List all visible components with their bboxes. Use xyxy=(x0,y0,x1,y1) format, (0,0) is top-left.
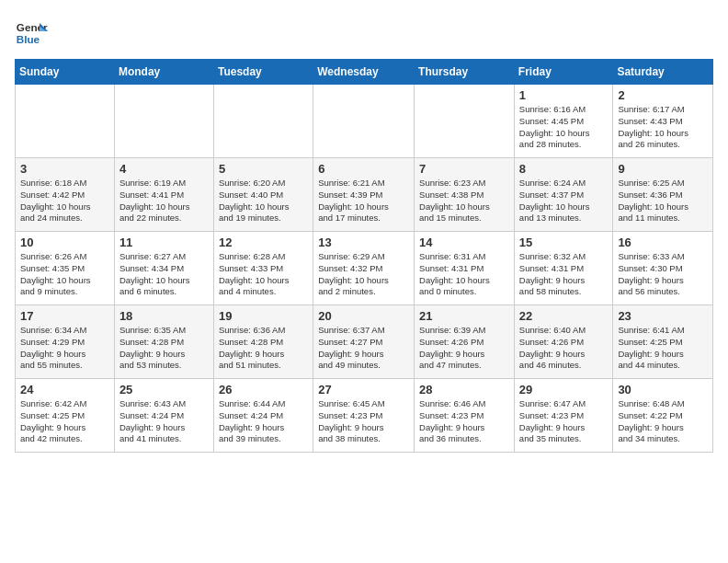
day-info: Sunrise: 6:24 AMSunset: 4:37 PMDaylight:… xyxy=(519,178,609,224)
day-number: 13 xyxy=(318,236,409,249)
day-cell-25: 25Sunrise: 6:43 AMSunset: 4:24 PMDayligh… xyxy=(114,379,213,453)
day-cell-18: 18Sunrise: 6:35 AMSunset: 4:28 PMDayligh… xyxy=(114,305,213,379)
day-info: Sunrise: 6:34 AMSunset: 4:29 PMDaylight:… xyxy=(20,325,109,372)
day-number: 20 xyxy=(318,309,409,323)
calendar-table: SundayMondayTuesdayWednesdayThursdayFrid… xyxy=(15,59,713,453)
day-cell-12: 12Sunrise: 6:28 AMSunset: 4:33 PMDayligh… xyxy=(213,232,313,305)
days-header-row: SundayMondayTuesdayWednesdayThursdayFrid… xyxy=(16,60,713,85)
day-header-saturday: Saturday xyxy=(613,60,713,85)
day-cell-8: 8Sunrise: 6:24 AMSunset: 4:37 PMDaylight… xyxy=(514,158,613,232)
day-cell-13: 13Sunrise: 6:29 AMSunset: 4:32 PMDayligh… xyxy=(313,232,415,305)
week-row-3: 10Sunrise: 6:26 AMSunset: 4:35 PMDayligh… xyxy=(16,232,713,305)
logo-icon: General Blue xyxy=(15,15,48,48)
day-number: 8 xyxy=(519,162,609,176)
day-header-thursday: Thursday xyxy=(415,60,515,85)
day-info: Sunrise: 6:25 AMSunset: 4:36 PMDaylight:… xyxy=(618,178,708,224)
day-cell-29: 29Sunrise: 6:47 AMSunset: 4:23 PMDayligh… xyxy=(514,379,613,453)
day-cell-1: 1Sunrise: 6:16 AMSunset: 4:45 PMDaylight… xyxy=(514,85,613,158)
day-cell-6: 6Sunrise: 6:21 AMSunset: 4:39 PMDaylight… xyxy=(313,158,415,232)
day-number: 5 xyxy=(219,162,308,176)
day-info: Sunrise: 6:36 AMSunset: 4:28 PMDaylight:… xyxy=(219,325,308,372)
day-info: Sunrise: 6:16 AMSunset: 4:45 PMDaylight:… xyxy=(519,104,609,151)
day-info: Sunrise: 6:27 AMSunset: 4:34 PMDaylight:… xyxy=(119,251,209,298)
day-number: 18 xyxy=(119,309,209,323)
day-info: Sunrise: 6:31 AMSunset: 4:31 PMDaylight:… xyxy=(419,251,509,298)
day-cell-15: 15Sunrise: 6:32 AMSunset: 4:31 PMDayligh… xyxy=(514,232,613,305)
day-number: 23 xyxy=(618,309,708,323)
day-cell-17: 17Sunrise: 6:34 AMSunset: 4:29 PMDayligh… xyxy=(16,305,115,379)
day-number: 25 xyxy=(119,383,209,396)
day-info: Sunrise: 6:19 AMSunset: 4:41 PMDaylight:… xyxy=(119,178,209,224)
day-cell-4: 4Sunrise: 6:19 AMSunset: 4:41 PMDaylight… xyxy=(114,158,213,232)
empty-cell xyxy=(114,85,213,158)
day-cell-24: 24Sunrise: 6:42 AMSunset: 4:25 PMDayligh… xyxy=(16,379,115,453)
day-info: Sunrise: 6:29 AMSunset: 4:32 PMDaylight:… xyxy=(318,251,409,298)
day-cell-16: 16Sunrise: 6:33 AMSunset: 4:30 PMDayligh… xyxy=(613,232,713,305)
empty-cell xyxy=(16,85,115,158)
day-cell-10: 10Sunrise: 6:26 AMSunset: 4:35 PMDayligh… xyxy=(16,232,115,305)
week-row-2: 3Sunrise: 6:18 AMSunset: 4:42 PMDaylight… xyxy=(16,158,713,232)
empty-cell xyxy=(313,85,415,158)
day-info: Sunrise: 6:37 AMSunset: 4:27 PMDaylight:… xyxy=(318,325,409,372)
day-cell-3: 3Sunrise: 6:18 AMSunset: 4:42 PMDaylight… xyxy=(16,158,115,232)
day-number: 17 xyxy=(20,309,109,323)
day-cell-30: 30Sunrise: 6:48 AMSunset: 4:22 PMDayligh… xyxy=(613,379,713,453)
day-info: Sunrise: 6:20 AMSunset: 4:40 PMDaylight:… xyxy=(219,178,308,224)
day-cell-26: 26Sunrise: 6:44 AMSunset: 4:24 PMDayligh… xyxy=(213,379,313,453)
week-row-5: 24Sunrise: 6:42 AMSunset: 4:25 PMDayligh… xyxy=(16,379,713,453)
day-number: 26 xyxy=(219,383,308,396)
day-number: 14 xyxy=(419,236,509,249)
day-info: Sunrise: 6:18 AMSunset: 4:42 PMDaylight:… xyxy=(20,178,109,224)
day-cell-14: 14Sunrise: 6:31 AMSunset: 4:31 PMDayligh… xyxy=(415,232,515,305)
day-info: Sunrise: 6:47 AMSunset: 4:23 PMDaylight:… xyxy=(519,398,609,445)
day-number: 19 xyxy=(219,309,308,323)
day-info: Sunrise: 6:33 AMSunset: 4:30 PMDaylight:… xyxy=(618,251,708,298)
day-number: 12 xyxy=(219,236,308,249)
day-number: 29 xyxy=(519,383,609,396)
page-header: General Blue xyxy=(15,15,713,48)
day-info: Sunrise: 6:41 AMSunset: 4:25 PMDaylight:… xyxy=(618,325,708,372)
day-number: 9 xyxy=(618,162,708,176)
day-header-tuesday: Tuesday xyxy=(213,60,313,85)
day-cell-22: 22Sunrise: 6:40 AMSunset: 4:26 PMDayligh… xyxy=(514,305,613,379)
day-info: Sunrise: 6:43 AMSunset: 4:24 PMDaylight:… xyxy=(119,398,209,445)
day-number: 2 xyxy=(618,88,708,102)
day-cell-27: 27Sunrise: 6:45 AMSunset: 4:23 PMDayligh… xyxy=(313,379,415,453)
day-number: 16 xyxy=(618,236,708,249)
day-number: 1 xyxy=(519,88,609,102)
day-number: 28 xyxy=(419,383,509,396)
day-number: 15 xyxy=(519,236,609,249)
day-header-monday: Monday xyxy=(114,60,213,85)
day-info: Sunrise: 6:32 AMSunset: 4:31 PMDaylight:… xyxy=(519,251,609,298)
day-header-friday: Friday xyxy=(514,60,613,85)
day-info: Sunrise: 6:28 AMSunset: 4:33 PMDaylight:… xyxy=(219,251,308,298)
day-cell-9: 9Sunrise: 6:25 AMSunset: 4:36 PMDaylight… xyxy=(613,158,713,232)
day-info: Sunrise: 6:26 AMSunset: 4:35 PMDaylight:… xyxy=(20,251,109,298)
day-cell-5: 5Sunrise: 6:20 AMSunset: 4:40 PMDaylight… xyxy=(213,158,313,232)
day-cell-20: 20Sunrise: 6:37 AMSunset: 4:27 PMDayligh… xyxy=(313,305,415,379)
day-info: Sunrise: 6:46 AMSunset: 4:23 PMDaylight:… xyxy=(419,398,509,445)
day-cell-2: 2Sunrise: 6:17 AMSunset: 4:43 PMDaylight… xyxy=(613,85,713,158)
day-info: Sunrise: 6:21 AMSunset: 4:39 PMDaylight:… xyxy=(318,178,409,224)
day-cell-19: 19Sunrise: 6:36 AMSunset: 4:28 PMDayligh… xyxy=(213,305,313,379)
day-number: 24 xyxy=(20,383,109,396)
day-number: 4 xyxy=(119,162,209,176)
week-row-1: 1Sunrise: 6:16 AMSunset: 4:45 PMDaylight… xyxy=(16,85,713,158)
week-row-4: 17Sunrise: 6:34 AMSunset: 4:29 PMDayligh… xyxy=(16,305,713,379)
day-cell-7: 7Sunrise: 6:23 AMSunset: 4:38 PMDaylight… xyxy=(415,158,515,232)
day-info: Sunrise: 6:45 AMSunset: 4:23 PMDaylight:… xyxy=(318,398,409,445)
day-number: 27 xyxy=(318,383,409,396)
day-info: Sunrise: 6:35 AMSunset: 4:28 PMDaylight:… xyxy=(119,325,209,372)
day-cell-11: 11Sunrise: 6:27 AMSunset: 4:34 PMDayligh… xyxy=(114,232,213,305)
day-info: Sunrise: 6:23 AMSunset: 4:38 PMDaylight:… xyxy=(419,178,509,224)
empty-cell xyxy=(415,85,515,158)
day-number: 7 xyxy=(419,162,509,176)
svg-text:Blue: Blue xyxy=(17,33,40,45)
day-info: Sunrise: 6:17 AMSunset: 4:43 PMDaylight:… xyxy=(618,104,708,151)
day-number: 10 xyxy=(20,236,109,249)
day-info: Sunrise: 6:44 AMSunset: 4:24 PMDaylight:… xyxy=(219,398,308,445)
day-header-wednesday: Wednesday xyxy=(313,60,415,85)
day-number: 3 xyxy=(20,162,109,176)
day-info: Sunrise: 6:40 AMSunset: 4:26 PMDaylight:… xyxy=(519,325,609,372)
day-number: 6 xyxy=(318,162,409,176)
